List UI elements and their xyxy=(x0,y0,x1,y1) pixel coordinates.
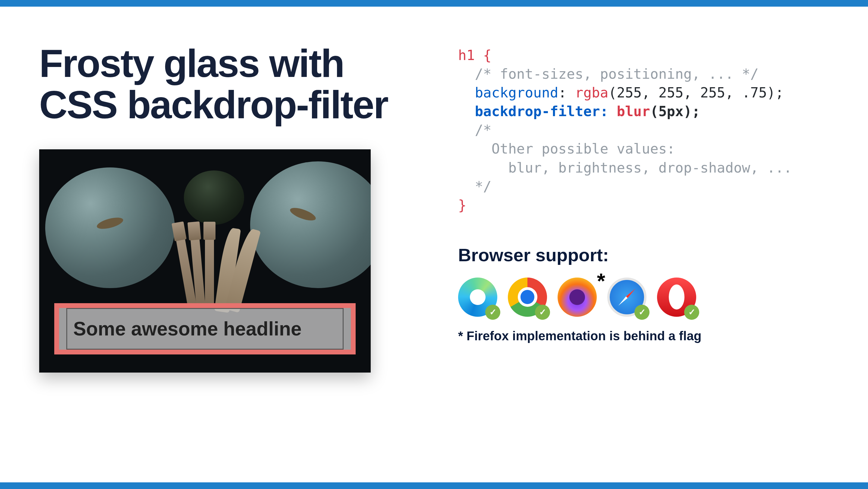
frosted-glass-banner: Some awesome headline xyxy=(54,303,355,354)
code-colon: : xyxy=(558,84,575,101)
code-func-blur: blur xyxy=(617,103,650,119)
code-comment-1: /* font-sizes, positioning, ... */ xyxy=(475,66,758,82)
pumpkin-right xyxy=(250,162,371,288)
chrome-browser-icon xyxy=(508,278,547,317)
right-column: h1 { /* font-sizes, positioning, ... */ … xyxy=(395,43,829,458)
title-line-2: CSS backdrop-filter xyxy=(39,83,388,127)
firefox-footnote: * Firefox implementation is behind a fla… xyxy=(458,329,829,343)
fork-icon xyxy=(205,228,214,306)
code-brace-close: } xyxy=(458,197,467,213)
safari-compass-needle xyxy=(618,288,636,307)
code-args-blur: (5px); xyxy=(650,103,700,119)
supported-check-badge xyxy=(684,305,699,320)
supported-check-badge xyxy=(485,305,500,320)
cutlery-group xyxy=(178,228,256,312)
firefox-icon xyxy=(558,278,597,317)
code-comment-2-line1: Other possible values: xyxy=(492,141,675,157)
code-args-rgba: (255, 255, 255, .75); xyxy=(609,84,784,101)
code-prop-backdrop-filter: backdrop-filter xyxy=(475,103,600,119)
code-comment-2-open: /* xyxy=(475,122,491,138)
code-comment-2-line2: blur, brightness, drop-shadow, ... xyxy=(508,160,792,176)
code-prop-background: background xyxy=(475,84,558,101)
asterisk-marker: * xyxy=(597,269,605,293)
code-selector: h1 xyxy=(458,47,475,63)
supported-check-badge xyxy=(535,305,550,320)
code-brace-open: { xyxy=(483,47,492,63)
banner-headline: Some awesome headline xyxy=(73,318,302,340)
left-column: Frosty glass with CSS backdrop-filter So… xyxy=(39,43,395,458)
code-block: h1 { /* font-sizes, positioning, ... */ … xyxy=(458,46,829,214)
code-func-rgba: rgba xyxy=(575,84,609,101)
safari-browser-icon xyxy=(607,278,647,317)
top-accent-bar xyxy=(0,0,868,7)
code-comment-2-close: */ xyxy=(475,178,491,195)
code-colon-bold: : xyxy=(600,103,617,119)
slide-content: Frosty glass with CSS backdrop-filter So… xyxy=(0,7,868,482)
firefox-browser-icon: * xyxy=(558,278,597,317)
pumpkin-small xyxy=(184,170,244,225)
supported-check-badge xyxy=(634,305,650,320)
slide-title: Frosty glass with CSS backdrop-filter xyxy=(39,43,395,125)
opera-browser-icon xyxy=(657,278,696,317)
browser-support-heading: Browser support: xyxy=(458,244,829,265)
edge-browser-icon xyxy=(458,278,497,317)
frosted-inner-border: Some awesome headline xyxy=(66,308,344,350)
browser-icon-row: * xyxy=(458,278,829,317)
demo-image: Some awesome headline xyxy=(39,149,371,373)
bottom-accent-bar xyxy=(0,482,868,489)
title-line-1: Frosty glass with xyxy=(39,41,344,85)
